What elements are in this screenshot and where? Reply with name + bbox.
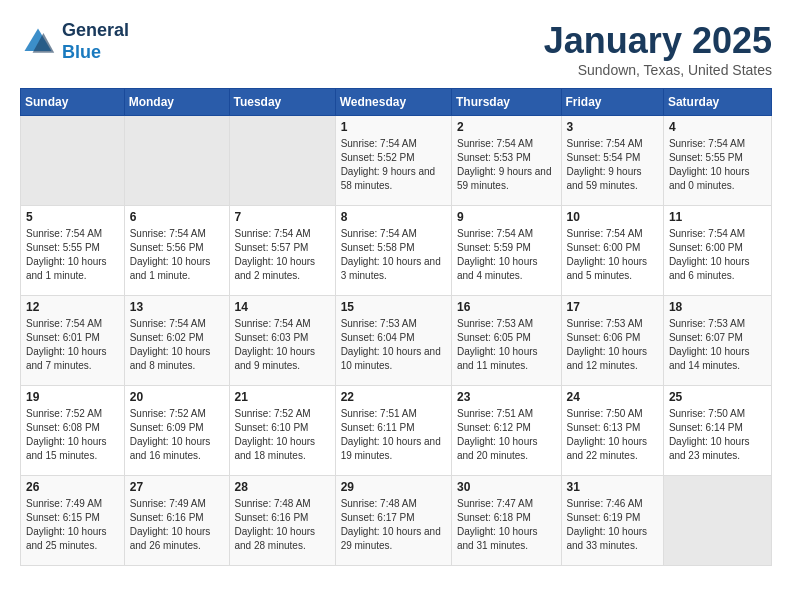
- day-number: 22: [341, 390, 446, 404]
- day-cell: 16 Sunrise: 7:53 AMSunset: 6:05 PMDaylig…: [451, 296, 561, 386]
- day-cell: 3 Sunrise: 7:54 AMSunset: 5:54 PMDayligh…: [561, 116, 663, 206]
- day-cell: 24 Sunrise: 7:50 AMSunset: 6:13 PMDaylig…: [561, 386, 663, 476]
- day-info: Sunrise: 7:51 AMSunset: 6:11 PMDaylight:…: [341, 407, 446, 463]
- day-number: 23: [457, 390, 556, 404]
- day-info: Sunrise: 7:53 AMSunset: 6:05 PMDaylight:…: [457, 317, 556, 373]
- day-number: 30: [457, 480, 556, 494]
- day-number: 25: [669, 390, 766, 404]
- day-info: Sunrise: 7:48 AMSunset: 6:16 PMDaylight:…: [235, 497, 330, 553]
- day-cell: 4 Sunrise: 7:54 AMSunset: 5:55 PMDayligh…: [663, 116, 771, 206]
- week-row-5: 26 Sunrise: 7:49 AMSunset: 6:15 PMDaylig…: [21, 476, 772, 566]
- day-cell: 1 Sunrise: 7:54 AMSunset: 5:52 PMDayligh…: [335, 116, 451, 206]
- day-cell: 5 Sunrise: 7:54 AMSunset: 5:55 PMDayligh…: [21, 206, 125, 296]
- week-row-3: 12 Sunrise: 7:54 AMSunset: 6:01 PMDaylig…: [21, 296, 772, 386]
- day-cell: 8 Sunrise: 7:54 AMSunset: 5:58 PMDayligh…: [335, 206, 451, 296]
- day-cell: 2 Sunrise: 7:54 AMSunset: 5:53 PMDayligh…: [451, 116, 561, 206]
- logo-icon: [20, 24, 56, 60]
- day-info: Sunrise: 7:54 AMSunset: 5:52 PMDaylight:…: [341, 137, 446, 193]
- day-info: Sunrise: 7:54 AMSunset: 6:00 PMDaylight:…: [567, 227, 658, 283]
- week-row-1: 1 Sunrise: 7:54 AMSunset: 5:52 PMDayligh…: [21, 116, 772, 206]
- day-cell: 14 Sunrise: 7:54 AMSunset: 6:03 PMDaylig…: [229, 296, 335, 386]
- day-number: 28: [235, 480, 330, 494]
- day-cell: 28 Sunrise: 7:48 AMSunset: 6:16 PMDaylig…: [229, 476, 335, 566]
- calendar-subtitle: Sundown, Texas, United States: [544, 62, 772, 78]
- day-info: Sunrise: 7:54 AMSunset: 5:57 PMDaylight:…: [235, 227, 330, 283]
- day-cell: 23 Sunrise: 7:51 AMSunset: 6:12 PMDaylig…: [451, 386, 561, 476]
- day-number: 4: [669, 120, 766, 134]
- header: General Blue January 2025 Sundown, Texas…: [20, 20, 772, 78]
- day-info: Sunrise: 7:53 AMSunset: 6:06 PMDaylight:…: [567, 317, 658, 373]
- day-info: Sunrise: 7:54 AMSunset: 6:00 PMDaylight:…: [669, 227, 766, 283]
- col-thursday: Thursday: [451, 89, 561, 116]
- calendar-title: January 2025: [544, 20, 772, 62]
- day-cell: 29 Sunrise: 7:48 AMSunset: 6:17 PMDaylig…: [335, 476, 451, 566]
- day-cell: 17 Sunrise: 7:53 AMSunset: 6:06 PMDaylig…: [561, 296, 663, 386]
- day-number: 29: [341, 480, 446, 494]
- col-wednesday: Wednesday: [335, 89, 451, 116]
- day-number: 26: [26, 480, 119, 494]
- day-cell: 30 Sunrise: 7:47 AMSunset: 6:18 PMDaylig…: [451, 476, 561, 566]
- day-info: Sunrise: 7:48 AMSunset: 6:17 PMDaylight:…: [341, 497, 446, 553]
- header-row: Sunday Monday Tuesday Wednesday Thursday…: [21, 89, 772, 116]
- day-info: Sunrise: 7:54 AMSunset: 5:56 PMDaylight:…: [130, 227, 224, 283]
- day-info: Sunrise: 7:53 AMSunset: 6:07 PMDaylight:…: [669, 317, 766, 373]
- day-number: 16: [457, 300, 556, 314]
- day-info: Sunrise: 7:49 AMSunset: 6:15 PMDaylight:…: [26, 497, 119, 553]
- day-cell: [21, 116, 125, 206]
- day-cell: 12 Sunrise: 7:54 AMSunset: 6:01 PMDaylig…: [21, 296, 125, 386]
- week-row-4: 19 Sunrise: 7:52 AMSunset: 6:08 PMDaylig…: [21, 386, 772, 476]
- col-sunday: Sunday: [21, 89, 125, 116]
- day-cell: 20 Sunrise: 7:52 AMSunset: 6:09 PMDaylig…: [124, 386, 229, 476]
- col-tuesday: Tuesday: [229, 89, 335, 116]
- day-info: Sunrise: 7:54 AMSunset: 5:53 PMDaylight:…: [457, 137, 556, 193]
- day-info: Sunrise: 7:51 AMSunset: 6:12 PMDaylight:…: [457, 407, 556, 463]
- day-number: 24: [567, 390, 658, 404]
- day-number: 3: [567, 120, 658, 134]
- day-number: 6: [130, 210, 224, 224]
- day-cell: 7 Sunrise: 7:54 AMSunset: 5:57 PMDayligh…: [229, 206, 335, 296]
- day-cell: 27 Sunrise: 7:49 AMSunset: 6:16 PMDaylig…: [124, 476, 229, 566]
- logo: General Blue: [20, 20, 129, 63]
- day-info: Sunrise: 7:49 AMSunset: 6:16 PMDaylight:…: [130, 497, 224, 553]
- day-cell: 10 Sunrise: 7:54 AMSunset: 6:00 PMDaylig…: [561, 206, 663, 296]
- title-area: January 2025 Sundown, Texas, United Stat…: [544, 20, 772, 78]
- day-cell: 6 Sunrise: 7:54 AMSunset: 5:56 PMDayligh…: [124, 206, 229, 296]
- day-number: 18: [669, 300, 766, 314]
- day-number: 19: [26, 390, 119, 404]
- day-number: 10: [567, 210, 658, 224]
- day-info: Sunrise: 7:53 AMSunset: 6:04 PMDaylight:…: [341, 317, 446, 373]
- day-cell: 26 Sunrise: 7:49 AMSunset: 6:15 PMDaylig…: [21, 476, 125, 566]
- day-info: Sunrise: 7:52 AMSunset: 6:08 PMDaylight:…: [26, 407, 119, 463]
- day-cell: [229, 116, 335, 206]
- week-row-2: 5 Sunrise: 7:54 AMSunset: 5:55 PMDayligh…: [21, 206, 772, 296]
- day-cell: 13 Sunrise: 7:54 AMSunset: 6:02 PMDaylig…: [124, 296, 229, 386]
- day-info: Sunrise: 7:54 AMSunset: 5:55 PMDaylight:…: [26, 227, 119, 283]
- day-number: 7: [235, 210, 330, 224]
- day-cell: 22 Sunrise: 7:51 AMSunset: 6:11 PMDaylig…: [335, 386, 451, 476]
- day-number: 15: [341, 300, 446, 314]
- day-number: 12: [26, 300, 119, 314]
- day-number: 9: [457, 210, 556, 224]
- day-info: Sunrise: 7:52 AMSunset: 6:10 PMDaylight:…: [235, 407, 330, 463]
- day-cell: [124, 116, 229, 206]
- day-number: 17: [567, 300, 658, 314]
- day-number: 21: [235, 390, 330, 404]
- day-number: 2: [457, 120, 556, 134]
- day-cell: 18 Sunrise: 7:53 AMSunset: 6:07 PMDaylig…: [663, 296, 771, 386]
- day-info: Sunrise: 7:46 AMSunset: 6:19 PMDaylight:…: [567, 497, 658, 553]
- day-info: Sunrise: 7:54 AMSunset: 6:01 PMDaylight:…: [26, 317, 119, 373]
- day-number: 11: [669, 210, 766, 224]
- day-info: Sunrise: 7:54 AMSunset: 6:02 PMDaylight:…: [130, 317, 224, 373]
- day-info: Sunrise: 7:54 AMSunset: 5:55 PMDaylight:…: [669, 137, 766, 193]
- day-info: Sunrise: 7:52 AMSunset: 6:09 PMDaylight:…: [130, 407, 224, 463]
- day-info: Sunrise: 7:54 AMSunset: 5:58 PMDaylight:…: [341, 227, 446, 283]
- day-number: 1: [341, 120, 446, 134]
- col-saturday: Saturday: [663, 89, 771, 116]
- day-info: Sunrise: 7:54 AMSunset: 5:59 PMDaylight:…: [457, 227, 556, 283]
- day-number: 8: [341, 210, 446, 224]
- day-number: 27: [130, 480, 224, 494]
- day-number: 31: [567, 480, 658, 494]
- day-cell: [663, 476, 771, 566]
- day-cell: 25 Sunrise: 7:50 AMSunset: 6:14 PMDaylig…: [663, 386, 771, 476]
- day-info: Sunrise: 7:50 AMSunset: 6:13 PMDaylight:…: [567, 407, 658, 463]
